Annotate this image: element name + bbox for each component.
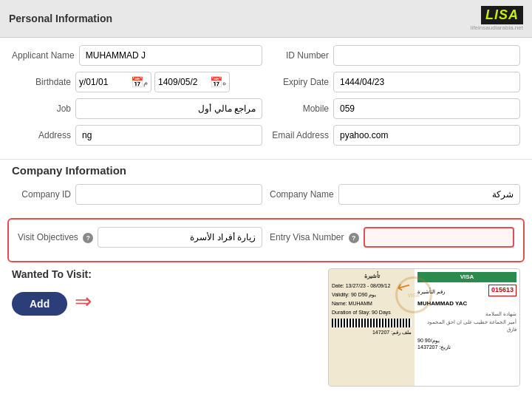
highlight-section: Visit Objectives ? Entry Visa Number ? [7, 218, 525, 262]
email-input[interactable] [333, 125, 520, 146]
row-name-id: Applicant Name ID Number [12, 45, 520, 66]
birthdate-hijri-input-wrap: 📅 ه [154, 72, 230, 92]
visa-number-value: 015613 [488, 285, 516, 296]
visa-file-no-label: ملف رقم: [389, 330, 412, 335]
visa-name-value: MUHAMM [349, 301, 372, 306]
arrow-indicator: ⇒ [75, 289, 92, 313]
logo-wrap: LISA lifeinsaudiarabia.net [471, 6, 523, 31]
group-address: Address [12, 125, 262, 146]
row-company: Company ID Company Name [12, 184, 520, 205]
address-label: Address [12, 130, 71, 140]
group-visit-objectives: Visit Objectives ? [18, 227, 262, 248]
group-job: Job [12, 98, 262, 119]
birthdate-label: Birthdate [12, 77, 71, 87]
visit-objectives-help-icon[interactable]: ? [83, 233, 93, 243]
expiry-date-input[interactable] [333, 72, 520, 92]
mobile-input[interactable] [333, 98, 520, 119]
group-applicant-name: Applicant Name [12, 45, 262, 66]
visa-stay-days: 90 يوم/90 تاريخ: 1437207 [417, 337, 516, 350]
add-button[interactable]: Add [12, 292, 67, 316]
job-input[interactable] [75, 98, 262, 119]
lisa-logo: LISA [481, 6, 523, 24]
visa-date-label: Date: [332, 283, 346, 288]
hijri-indicator: ه [222, 78, 226, 86]
visa-name-label: Name: [332, 301, 349, 306]
visa-file-no-value: 147207 [372, 330, 389, 335]
personal-info-section: Applicant Name ID Number Birthdate 📅 م [0, 38, 532, 159]
wanted-visit-section: Wanted To Visit: Add ⇒ تأشيرة Date: 13/2… [0, 262, 532, 392]
visa-stamp: VISA [395, 276, 432, 313]
expiry-date-label: Expiry Date [270, 77, 329, 87]
visa-doc-container: تأشيرة Date: 13/27/23 - 08/09/12 Validit… [329, 269, 519, 386]
row-visit-objectives: Visit Objectives ? Entry Visa Number ? [18, 227, 514, 248]
visa-file-no: ملف رقم: 147207 [332, 329, 412, 336]
group-company-name: Company Name [270, 184, 520, 205]
visa-header-green: VISA [417, 272, 516, 282]
birthdate-hijri-input[interactable] [158, 77, 210, 87]
group-birthdate: Birthdate 📅 م 📅 ه [12, 72, 262, 92]
group-entry-visa: Entry Visa Number ? [270, 227, 514, 248]
group-id-number: ID Number [270, 45, 520, 66]
visa-arabic-text: شهادة السلامة أمير الجماعة خطيب على ان ا… [417, 310, 516, 334]
visa-stay-label: Duration of Stay: [332, 310, 372, 315]
add-row: Add ⇒ [12, 286, 316, 316]
wanted-visit-title: Wanted To Visit: [12, 268, 316, 280]
group-company-id: Company ID [12, 184, 262, 205]
group-email: Email Address [270, 125, 520, 146]
visa-right-name: MUHAMMAD YAC [417, 300, 516, 307]
entry-visa-input[interactable] [364, 227, 514, 248]
entry-visa-label: Entry Visa Number ? [270, 232, 359, 243]
birthdate-gregorian-input-wrap: 📅 م [75, 72, 151, 92]
visa-barcode [332, 319, 412, 327]
applicant-name-label: Applicant Name [12, 50, 75, 61]
address-input[interactable] [75, 125, 262, 146]
row-job-mobile: Job Mobile [12, 98, 520, 119]
company-section-title: Company Information [12, 164, 520, 177]
group-expiry-date: Expiry Date [270, 72, 520, 92]
company-info-section: Company Information Company ID Company N… [0, 159, 532, 218]
visit-objectives-input[interactable] [98, 227, 262, 248]
visa-stay-value: 90 Days [372, 310, 391, 315]
id-number-label: ID Number [270, 50, 329, 61]
company-id-label: Company ID [12, 189, 71, 200]
entry-visa-help-icon[interactable]: ? [349, 233, 359, 243]
row-address-email: Address Email Address [12, 125, 520, 146]
visa-date-value: 13/27/23 - 08/09/12 [346, 283, 391, 288]
job-label: Job [12, 103, 71, 114]
id-number-input[interactable] [333, 45, 520, 66]
visa-number-row: رقم التأشيرة 015613 [417, 285, 516, 298]
visa-validity-value: 90 D90 يوم [351, 292, 377, 297]
company-name-input[interactable] [338, 184, 520, 205]
company-name-label: Company Name [270, 189, 334, 200]
calendar-gregorian-icon[interactable]: 📅 [131, 76, 143, 88]
visit-objectives-label: Visit Objectives ? [18, 232, 93, 243]
birthdate-inputs: 📅 م 📅 ه [75, 72, 262, 92]
group-mobile: Mobile [270, 98, 520, 119]
visit-left: Wanted To Visit: Add ⇒ [12, 268, 316, 387]
company-id-input[interactable] [75, 184, 262, 205]
email-label: Email Address [270, 130, 329, 140]
birthdate-gregorian-input[interactable] [79, 77, 131, 87]
row-birthdate-expiry: Birthdate 📅 م 📅 ه Expiry Date [12, 72, 520, 92]
header: Personal Information LISA lifeinsaudiara… [0, 0, 532, 38]
visa-stay-field: Duration of Stay: 90 Days [332, 309, 412, 316]
main-container: Personal Information LISA lifeinsaudiara… [0, 0, 532, 408]
applicant-name-input[interactable] [79, 45, 262, 66]
calendar-hijri-icon[interactable]: 📅 [210, 76, 222, 88]
mobile-label: Mobile [270, 103, 329, 114]
visa-validity-label: Validity: [332, 292, 351, 297]
gregorian-indicator: م [143, 78, 148, 86]
lisa-sub: lifeinsaudiarabia.net [471, 24, 523, 31]
visa-document: تأشيرة Date: 13/27/23 - 08/09/12 Validit… [328, 268, 520, 387]
header-title: Personal Information [9, 13, 112, 24]
